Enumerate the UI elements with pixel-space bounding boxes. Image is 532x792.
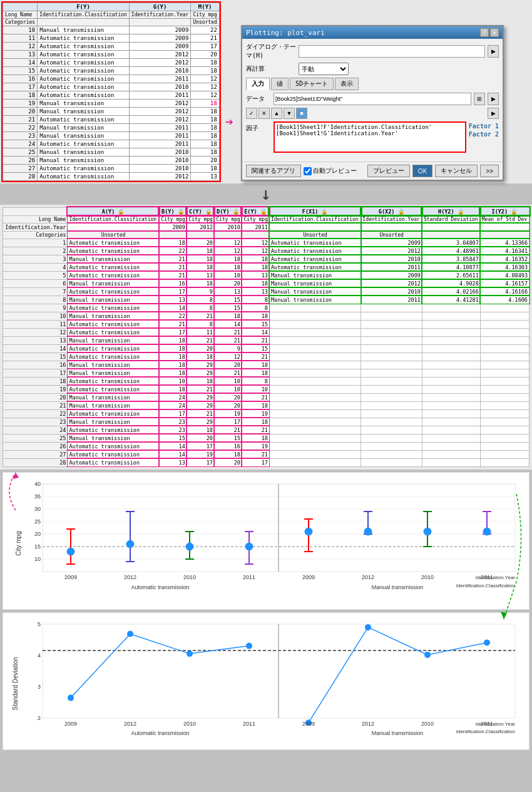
pink-arrow-icon: ➔ [225, 114, 233, 130]
svg-point-68 [246, 642, 252, 649]
svg-text:4: 4 [38, 652, 41, 659]
table-row: 5Automatic transmission21131013Manual tr… [3, 271, 529, 279]
related-app-button[interactable]: 関連するアプリ [246, 165, 301, 177]
svg-text:2010: 2010 [183, 574, 196, 580]
table-row: 1Automatic transmission18201212Automatic… [3, 239, 529, 247]
ok-button[interactable]: OK [412, 165, 432, 177]
table-row: 3Manual transmission21181818Automatic tr… [3, 255, 529, 263]
table-row: 24Automatic transmission23182121 [3, 426, 529, 434]
data-arrow-button[interactable]: ▶ [488, 93, 499, 105]
svg-point-70 [365, 624, 371, 630]
dialog-title-controls: ? ✕ [480, 28, 499, 37]
table-row: 23Manual transmission23291718 [3, 418, 529, 426]
recalc-label: 再計算 [246, 64, 296, 73]
table-row: 19Automatic transmission18211010 [3, 385, 529, 393]
svg-text:2009: 2009 [302, 574, 315, 580]
cancel-button[interactable]: キャンセル [435, 165, 478, 177]
svg-text:2011: 2011 [243, 721, 255, 727]
chart2-auto-label: Automatic transmission [131, 730, 189, 736]
svg-text:2010: 2010 [421, 574, 434, 580]
toolbar-more-button[interactable]: ▶ [488, 108, 499, 119]
dialog-close-button[interactable]: ✕ [490, 28, 499, 37]
auto-preview-label: 自動プレビュー [304, 167, 357, 175]
chart2-manual-label: Manual transmission [372, 730, 424, 736]
svg-point-32 [245, 543, 253, 550]
table-row: 6Manual transmission16182018Manual trans… [3, 279, 529, 287]
dialog-help-button[interactable]: ? [480, 28, 489, 37]
chart2-x-axis-label2: Identification.Classification [456, 729, 515, 734]
plot-dialog: Plotting: plot_vari ? ✕ ダイアログ・テーマ(H) ▶ 再… [241, 25, 504, 181]
svg-text:2012: 2012 [124, 574, 136, 580]
svg-text:30: 30 [34, 506, 41, 512]
svg-text:2012: 2012 [124, 721, 136, 727]
svg-point-65 [68, 694, 74, 701]
table-row: 22Automatic transmission17211919 [3, 409, 529, 418]
factor-label: 因子 [246, 124, 271, 133]
data-browse-button[interactable]: ⊞ [474, 93, 485, 105]
middle-section: A(Y) 🔒 B(Y) 🔒 C(Y) 🔒 D(Y) 🔒 E(Y) 🔒 F(X1)… [0, 205, 532, 470]
factor-input-box[interactable]: [Book1]Sheet1!F'Identification.Classific… [274, 121, 466, 153]
svg-text:15: 15 [34, 543, 41, 550]
table-row: 14Automatic transmission1820915 [3, 344, 529, 352]
toolbar-delete-button[interactable]: ■ [296, 108, 307, 119]
svg-point-20 [67, 548, 74, 555]
dialog-tabs: 入力 値 SDチャート 表示 [246, 78, 499, 90]
svg-text:2010: 2010 [421, 721, 434, 727]
auto-preview-checkbox[interactable] [304, 167, 312, 175]
svg-point-72 [484, 639, 490, 645]
svg-text:2012: 2012 [362, 574, 374, 580]
svg-text:40: 40 [34, 481, 41, 487]
svg-point-67 [187, 651, 193, 657]
cell-year: 2009 [129, 26, 191, 34]
sd-chart: Standard Deviation 5 4 3 2 2009 2012 201 [3, 612, 529, 750]
cell-mpg: 22 [191, 26, 220, 34]
chart1-x-axis-label: Identification.Year [476, 575, 516, 580]
data-label: データ [246, 95, 271, 103]
svg-text:2009: 2009 [302, 721, 315, 727]
tab-value[interactable]: 値 [271, 78, 289, 90]
table-row: 7Automatic transmission1791313Manual tra… [3, 287, 529, 296]
svg-text:5: 5 [38, 621, 41, 627]
svg-text:2011: 2011 [243, 574, 255, 580]
table-row: 12Automatic transmission17112114 [3, 328, 529, 336]
theme-arrow-button[interactable]: ▶ [488, 45, 499, 58]
recalc-select[interactable]: 手動 [299, 63, 349, 75]
table-row: 16Manual transmission18292018 [3, 361, 529, 369]
tab-input[interactable]: 入力 [246, 78, 270, 90]
table-row: 4Automatic transmission21181818Automatic… [3, 263, 529, 271]
factor1-label: Factor 1 [469, 123, 499, 130]
svg-text:35: 35 [34, 493, 41, 500]
cell-class: Manual transmission [38, 26, 130, 34]
svg-point-71 [424, 651, 431, 657]
svg-point-28 [186, 543, 193, 550]
cat-g [129, 19, 191, 26]
factor-line2: [Book1]Sheet1!G'Identification.Year' [276, 130, 464, 136]
table-row: 10Manual transmission22211818 [3, 312, 529, 320]
down-arrow-icon: ↓ [0, 183, 532, 205]
table-row: 27Automatic transmission14191821 [3, 450, 529, 458]
chart1-x-axis-label2: Identification.Classification [456, 583, 515, 589]
table-row: 28Automatic transmission13172017 [3, 458, 529, 466]
longname-f: Identification.Classification [38, 11, 130, 19]
label-longname: Long Name [3, 11, 38, 19]
preview-button[interactable]: プレビュー [367, 165, 410, 177]
toolbar-x-button[interactable]: ✕ [258, 108, 270, 119]
tab-sd-chart[interactable]: SDチャート [290, 78, 334, 90]
row-num: 10 [3, 26, 38, 34]
middle-spreadsheet: A(Y) 🔒 B(Y) 🔒 C(Y) 🔒 D(Y) 🔒 E(Y) 🔒 F(X1)… [3, 207, 529, 467]
svg-text:2012: 2012 [362, 721, 374, 727]
toolbar-check-button[interactable]: ✓ [246, 108, 257, 119]
data-input[interactable] [274, 93, 471, 105]
svg-point-36 [305, 528, 312, 535]
cat-f [38, 19, 130, 26]
dialog-title-text: Plotting: plot_vari [246, 29, 325, 37]
toolbar-down-button[interactable]: ▼ [284, 108, 295, 119]
svg-text:3: 3 [38, 684, 41, 690]
more-button[interactable]: >> [480, 165, 499, 177]
tab-display[interactable]: 表示 [335, 78, 359, 90]
theme-input[interactable] [299, 45, 485, 58]
toolbar-up-button[interactable]: ▲ [271, 108, 282, 119]
table-row: 9Automatic transmission148158 [3, 304, 529, 312]
table-row: 18Automatic transmission1018108 [3, 377, 529, 385]
dialog-title-bar[interactable]: Plotting: plot_vari ? ✕ [242, 26, 503, 39]
